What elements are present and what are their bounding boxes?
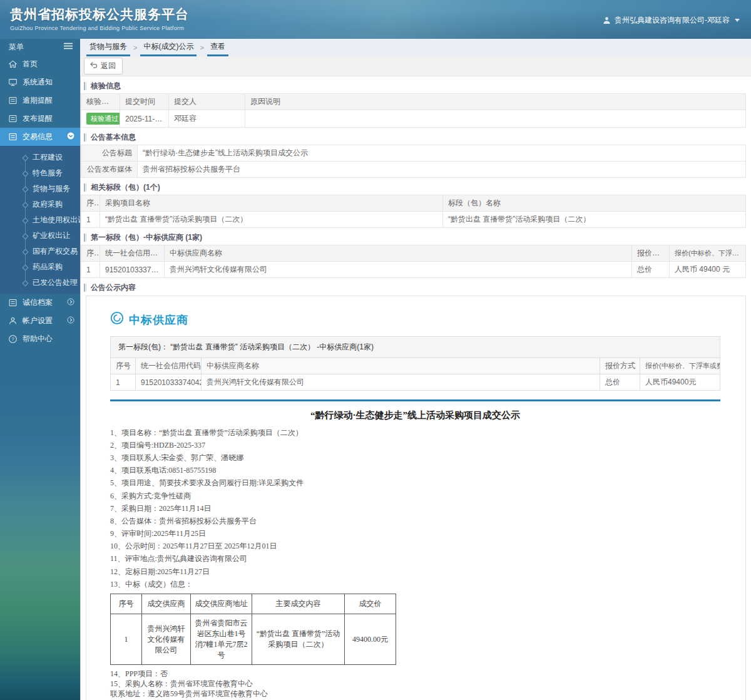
column-header: 成交价 (345, 594, 396, 614)
column-header: 序号 (81, 245, 100, 262)
submenu-item-land-use[interactable]: 土地使用权出让 (0, 212, 80, 228)
doc-line: 4、项目联系电话:0851-85755198 (110, 465, 720, 477)
doc-line: 7、采购日期：2025年11月14日 (110, 502, 720, 515)
sidebar-item-transaction-info[interactable]: 交易信息 (0, 128, 80, 146)
doc-line: 2、项目编号:HDZB-2025-337 (110, 439, 720, 451)
submenu-item-published-announcements[interactable]: 已发公告处理 (0, 275, 80, 291)
verification-table: 核验状态 提交时间 提交人 原因说明 核验通过 2025-11-27 15:25… (81, 93, 746, 128)
submenu-item-goods-services[interactable]: 货物与服务 (0, 181, 80, 197)
column-header: 序号 (111, 594, 142, 614)
sidebar-item-label: 帐户设置 (23, 316, 53, 326)
sidebar-item-label: 逾期提醒 (23, 95, 53, 106)
submenu-item-mining-rights[interactable]: 矿业权出让 (0, 228, 80, 244)
back-icon (89, 61, 98, 71)
section-marker (84, 284, 86, 292)
row-index-cell: 1 (81, 262, 100, 278)
column-header: 成交供应商地址 (191, 594, 252, 614)
package-caption: 第一标段(包)： “黔货出盘 直播带货” 活动采购项目（二次） -中标供应商(1… (110, 336, 720, 358)
related-packages-table: 序号 采购项目名称 标段（包）名称 1 “黔货出盘 直播带货”活动采购项目（二次… (81, 195, 746, 228)
table-row: 公告标题 “黔行绿动·生态健步走”线上活动采购项目成交公示 (81, 145, 746, 162)
deal-supplier-cell: 贵州兴鸿轩文化传媒有限公司 (142, 614, 191, 665)
section-marker (84, 82, 86, 90)
chevron-right-circle-icon (67, 316, 74, 326)
monitor-icon (8, 78, 18, 87)
column-header: 统一社会信用代码 (100, 245, 165, 262)
sidebar-item-label: 帮助中心 (23, 334, 53, 344)
deal-price-cell: 49400.00元 (345, 614, 396, 665)
back-button-label: 返回 (101, 61, 116, 71)
table-header-row: 序号 成交供应商 成交供应商地址 主要成交内容 成交价 (111, 594, 396, 614)
breadcrumb-goods-services[interactable]: 货物与服务 (86, 39, 130, 56)
sidebar-item-overdue-reminder[interactable]: 逾期提醒 (0, 91, 80, 110)
document-title: “黔行绿动·生态健步走”线上活动采购项目成交公示 (110, 409, 720, 421)
section-title: 公告公示内容 (91, 282, 136, 293)
column-header: 成交供应商 (142, 594, 191, 614)
doc-line: 8、公告媒体：贵州省招标投标公共服务平台 (110, 515, 720, 527)
winning-supplier-table: 序号 统一社会信用代码 中标供应商名称 报价方式 报价(中标价、下浮率或费率) … (81, 245, 746, 278)
announcement-title-value: “黔行绿动·生态健步走”线上活动采购项目成交公示 (138, 145, 746, 162)
breadcrumb-view[interactable]: 查看 (207, 39, 228, 56)
sidebar-item-system-notice[interactable]: 系统通知 (0, 73, 80, 91)
table-row: 1 “黔货出盘 直播带货”活动采购项目（二次） “黔货出盘 直播带货”活动采购项… (81, 212, 746, 228)
submitter-cell: 邓廷容 (169, 110, 245, 128)
column-header: 报价(中标价、下浮率或费率) (640, 358, 720, 374)
section-title-row: 公告公示内容 (81, 280, 746, 295)
submenu-item-engineering[interactable]: 工程建设 (0, 150, 80, 165)
hamburger-icon[interactable] (64, 43, 73, 51)
submenu-item-drug-procurement[interactable]: 药品采购 (0, 259, 80, 275)
breadcrumb-award-announcement[interactable]: 中标(成交)公示 (140, 39, 197, 56)
doc-line: 1、项目名称：“黔货出盘 直播带货”活动采购项目（二次） (110, 426, 720, 439)
supplier-name-cell: 贵州兴鸿轩文化传媒有限公司 (202, 374, 600, 391)
submenu-item-state-property[interactable]: 国有产权交易 (0, 244, 80, 259)
section-title-row: 相关标段（包）(1个) (81, 180, 746, 195)
doc-line: 12、定标日期:2025年11月27日 (110, 565, 720, 578)
section-marker (84, 183, 86, 192)
home-icon (8, 59, 18, 69)
sidebar-item-help-center[interactable]: ? 帮助中心 (0, 330, 80, 348)
quote-method-cell: 总价 (600, 374, 640, 391)
deal-info-table: 序号 成交供应商 成交供应商地址 主要成交内容 成交价 1 贵州兴鸿轩文化传媒有… (110, 594, 396, 665)
inner-supplier-table: 序号 统一社会信用代码 中标供应商名称 报价方式 报价(中标价、下浮率或费率) … (110, 358, 720, 391)
sidebar-item-publish-reminder[interactable]: 发布提醒 (0, 110, 80, 128)
winning-supplier-icon (110, 311, 124, 328)
section-title-row: 公告基本信息 (81, 130, 746, 145)
sidebar-item-label: 发布提醒 (23, 113, 53, 124)
row-index-cell: 1 (111, 614, 142, 665)
sidebar-item-label: 交易信息 (23, 131, 53, 142)
main-area: 货物与服务 > 中标(成交)公示 > 查看 返回 (80, 39, 751, 700)
doc-line: 3、项目联系人:宋金委、郭广荣、潘晓娜 (110, 451, 720, 464)
section-winning-supplier: 第一标段（包）-中标供应商 (1家) 序号 统一社会信用代码 中标供应商名称 报… (81, 230, 746, 278)
doc-line: 6、采购方式:竞争性磋商 (110, 490, 720, 502)
table-row: 1 91520103337404262G 贵州兴鸿轩文化传媒有限公司 总价 人民… (81, 262, 746, 278)
back-button[interactable]: 返回 (84, 58, 123, 75)
reason-cell (245, 110, 746, 128)
row-index-cell: 1 (111, 374, 136, 391)
chevron-down-icon (735, 19, 740, 22)
app-title: 贵州省招标投标公共服务平台 (10, 6, 189, 23)
column-header: 中标供应商名称 (202, 358, 600, 374)
document-icon (8, 298, 18, 307)
sidebar-item-account-settings[interactable]: 帐户设置 (0, 312, 80, 330)
deal-content-cell: “黔货出盘 直播带货”活动采购项目（二次） (252, 614, 345, 665)
submenu-item-gov-procurement[interactable]: 政府采购 (0, 197, 80, 212)
section-marker (84, 234, 86, 242)
brand: 贵州省招标投标公共服务平台 GuiZhou Province Tendering… (0, 0, 189, 31)
document-body: 1、项目名称：“黔货出盘 直播带货”活动采购项目（二次） 2、项目编号:HDZB… (110, 426, 720, 590)
supplier-name-cell: 贵州兴鸿轩文化传媒有限公司 (165, 262, 632, 278)
column-header: 原因说明 (245, 94, 746, 110)
transaction-submenu: 工程建设 特色服务 货物与服务 政府采购 土地使用权出让 矿业权出让 国有产权交… (0, 146, 80, 294)
sidebar-item-home[interactable]: 首页 (0, 55, 80, 73)
page-content: 核验信息 核验状态 提交时间 提交人 原因说明 核验通过 2025-11-27 … (80, 76, 751, 700)
column-header: 采购项目名称 (100, 195, 443, 212)
column-header: 报价方式 (632, 245, 670, 262)
sidebar: 菜单 首页 系统通知 逾期提醒 (0, 39, 80, 700)
user-menu[interactable]: 贵州弘典建设咨询有限公司-邓廷容 (603, 0, 751, 26)
submenu-item-special-services[interactable]: 特色服务 (0, 165, 80, 181)
sidebar-item-integrity-files[interactable]: 诚信档案 (0, 294, 80, 312)
field-label: 公告标题 (81, 145, 138, 162)
app-subtitle: GuiZhou Province Tendering and Bidding P… (10, 25, 189, 31)
submit-time-cell: 2025-11-27 15:25 (120, 110, 169, 128)
column-header: 提交人 (169, 94, 245, 110)
announcement-document: 中标供应商 第一标段(包)： “黔货出盘 直播带货” 活动采购项目（二次） -中… (86, 296, 746, 700)
document-icon (8, 132, 18, 142)
